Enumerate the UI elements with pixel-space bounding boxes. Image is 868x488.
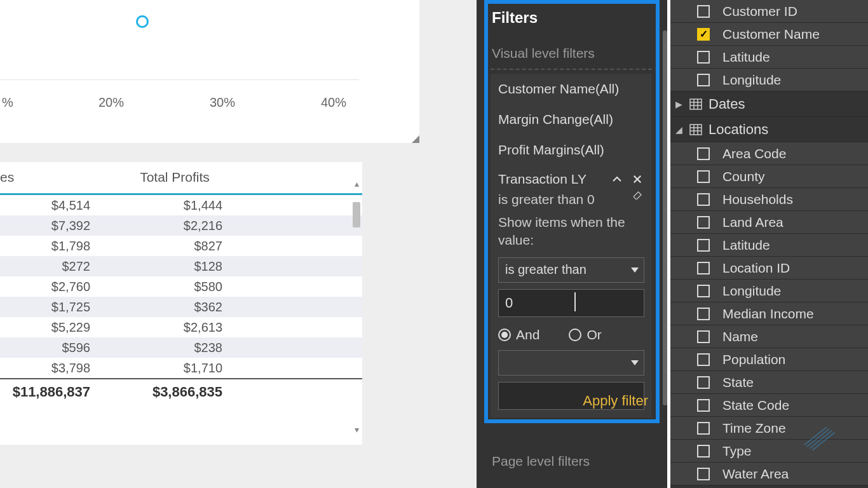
field-label: Customer ID [722, 4, 797, 19]
checkbox-icon[interactable] [697, 399, 710, 412]
field-item[interactable]: Latitude [670, 46, 868, 69]
field-item[interactable]: County [670, 165, 868, 188]
field-item[interactable]: State Code [670, 394, 868, 417]
checkbox-icon[interactable] [697, 330, 710, 343]
svg-line-13 [810, 431, 832, 449]
checkbox-icon[interactable] [697, 239, 710, 252]
table-cell: $1,798 [0, 239, 109, 254]
table-cell: $1,444 [109, 198, 241, 213]
radio-icon [498, 329, 511, 341]
remove-filter-icon[interactable] [630, 172, 644, 186]
table-total-cell: $11,886,837 [0, 384, 109, 400]
field-label: Land Area [722, 215, 783, 230]
table-row[interactable]: $1,798$827 [0, 236, 362, 256]
checkbox-icon[interactable] [697, 170, 710, 183]
filter-value-input[interactable]: 0 [498, 289, 644, 317]
clear-filter-icon[interactable] [630, 187, 644, 201]
checkbox-icon[interactable] [697, 422, 710, 435]
filters-title: Filters [492, 9, 538, 27]
field-item[interactable]: Location ID [670, 257, 868, 280]
column-header[interactable]: Total Profits [108, 162, 241, 193]
table-row[interactable]: $4,514$1,444 [0, 195, 362, 215]
filter-card-customer-name[interactable]: Customer Name(All) [491, 74, 652, 104]
field-item[interactable]: Customer Name [670, 23, 868, 46]
expand-caret-icon[interactable]: ▶ [675, 99, 686, 109]
table-row[interactable]: $1,725$362 [0, 297, 362, 317]
checkbox-icon[interactable] [697, 468, 710, 480]
checkbox-icon[interactable] [697, 28, 710, 41]
checkbox-icon[interactable] [697, 308, 710, 320]
field-item[interactable]: Longitude [670, 280, 868, 302]
checkbox-icon[interactable] [697, 51, 710, 64]
table-row[interactable]: $3,798$1,710 [0, 358, 362, 378]
scroll-up-icon[interactable]: ▴ [351, 178, 362, 189]
checkbox-icon[interactable] [697, 376, 710, 389]
checkbox-icon[interactable] [697, 147, 710, 160]
resize-handle-icon[interactable] [412, 135, 419, 143]
or-label: Or [587, 327, 601, 342]
table-cell: $1,710 [109, 361, 241, 376]
field-item[interactable]: Water Area [670, 463, 868, 485]
scroll-track[interactable] [351, 189, 362, 424]
column-header[interactable]: es [0, 162, 108, 193]
filter-card-profit-margins[interactable]: Profit Margins(All) [491, 135, 652, 165]
field-item[interactable]: State [670, 371, 868, 394]
checkbox-icon[interactable] [697, 193, 710, 206]
page-level-filters-label: Page level filters [492, 454, 590, 469]
or-radio[interactable]: Or [569, 327, 601, 342]
table-cell: $128 [109, 259, 241, 274]
field-item[interactable]: Households [670, 188, 868, 211]
and-radio[interactable]: And [498, 327, 539, 342]
operator-value: is greater than [505, 262, 587, 277]
field-table-header[interactable]: ◢Locations [670, 117, 868, 142]
x-axis-line [0, 79, 359, 80]
checkbox-icon[interactable] [697, 262, 710, 274]
collapse-caret-icon[interactable]: ◢ [675, 125, 686, 135]
field-item[interactable]: Median Income [670, 302, 868, 325]
data-point-marker [136, 15, 149, 28]
operator-select[interactable]: is greater than [498, 257, 644, 283]
apply-filter-button[interactable]: Apply filter [583, 393, 648, 409]
table-row[interactable]: $272$128 [0, 256, 362, 276]
filters-scrollbar-thumb[interactable] [663, 30, 667, 405]
checkbox-icon[interactable] [697, 5, 710, 18]
field-item[interactable]: Name [670, 325, 868, 348]
scroll-down-icon[interactable]: ▾ [351, 424, 362, 435]
operator2-select[interactable] [498, 350, 644, 376]
scatter-chart-visual[interactable]: % 20% 30% 40% [0, 0, 419, 143]
table-row[interactable]: $2,760$580 [0, 276, 362, 297]
field-item[interactable]: Latitude [670, 234, 868, 257]
filter-card-margin-change[interactable]: Margin Change(All) [491, 104, 652, 135]
checkbox-icon[interactable] [697, 353, 710, 366]
field-label: Longitude [722, 283, 781, 299]
field-item[interactable]: Land Area [670, 211, 868, 234]
table-scrollbar[interactable]: ▴ ▾ [351, 178, 362, 435]
svg-rect-2 [690, 99, 702, 109]
radio-icon [569, 329, 581, 341]
scroll-thumb[interactable] [353, 202, 360, 227]
table-total-row: $11,886,837$3,866,835 [0, 378, 362, 405]
table-row[interactable]: $5,229$2,613 [0, 317, 362, 337]
field-item[interactable]: Longitude [670, 69, 868, 92]
field-item[interactable]: Area Code [670, 142, 868, 165]
checkbox-icon[interactable] [697, 74, 710, 86]
table-header-row: es Total Profits [0, 162, 362, 195]
watermark-logo-icon [798, 422, 843, 456]
table-visual[interactable]: es Total Profits $4,514$1,444$7,392$2,21… [0, 162, 362, 445]
text-cursor-icon [574, 292, 576, 311]
and-label: And [516, 327, 539, 342]
table-cell: $827 [109, 239, 241, 254]
fields-panel: Customer IDCustomer NameLatitudeLongitud… [670, 0, 868, 488]
table-row[interactable]: $7,392$2,216 [0, 215, 362, 236]
checkbox-icon[interactable] [697, 445, 710, 458]
collapse-icon[interactable] [610, 172, 624, 186]
filter-card-transaction-ly[interactable]: Transaction LY is greater than 0 Show it… [491, 164, 652, 417]
field-item[interactable]: Customer ID [670, 0, 868, 23]
x-tick-label: 20% [98, 95, 124, 110]
table-cell: $362 [109, 300, 241, 315]
checkbox-icon[interactable] [697, 216, 710, 229]
table-row[interactable]: $596$238 [0, 337, 362, 358]
field-item[interactable]: Population [670, 348, 868, 371]
checkbox-icon[interactable] [697, 285, 710, 297]
field-table-header[interactable]: ▶Dates [670, 92, 868, 117]
